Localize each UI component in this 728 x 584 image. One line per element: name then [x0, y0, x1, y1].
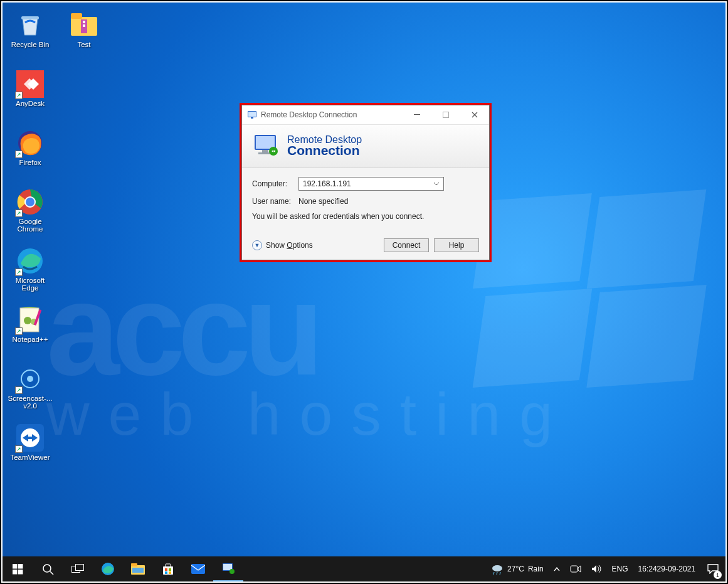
svg-rect-32	[18, 564, 23, 569]
desktop-icon-anydesk[interactable]: ↗AnyDesk	[6, 70, 54, 115]
notepadpp-icon: ↗	[16, 306, 44, 334]
window-title: Remote Desktop Connection	[261, 110, 403, 119]
svg-rect-23	[251, 117, 253, 119]
screencast-icon: ↗	[16, 365, 44, 393]
shortcut-overlay-icon: ↗	[15, 386, 23, 394]
svg-rect-0	[21, 16, 39, 19]
svg-rect-42	[132, 568, 144, 573]
tray-language[interactable]: ENG	[608, 556, 632, 581]
desktop-icon-label: Recycle Bin	[11, 41, 50, 48]
svg-rect-19	[83, 21, 85, 23]
task-view-button[interactable]	[63, 556, 93, 581]
search-button[interactable]	[33, 556, 63, 581]
desktop-icon-microsoft-edge[interactable]: ↗Microsoft Edge	[6, 247, 54, 292]
username-value: None specified	[298, 197, 348, 206]
taskbar-mail[interactable]	[183, 556, 213, 581]
action-center-button[interactable]: 1	[702, 556, 724, 581]
shortcut-overlay-icon: ↗	[15, 445, 23, 453]
desktop-icon-label: Firefox	[19, 159, 41, 166]
weather-temp: 27°C	[507, 565, 524, 573]
remote-desktop-connection-window[interactable]: Remote Desktop Connection Remote Desktop…	[241, 105, 490, 260]
desktop-icon-screencast[interactable]: ↗Screencast-... v2.0	[6, 365, 54, 410]
svg-rect-49	[191, 564, 205, 574]
desktop-icon-google-chrome[interactable]: ↗Google Chrome	[6, 188, 54, 233]
help-button[interactable]: Help	[434, 238, 479, 252]
desktop-icon-label: Google Chrome	[7, 218, 53, 233]
svg-point-12	[27, 376, 33, 382]
weather-widget[interactable]: 27°C Rain	[487, 556, 547, 581]
windows-logo-wallpaper	[479, 197, 705, 391]
minimize-button[interactable]	[403, 105, 431, 124]
svg-rect-38	[76, 565, 84, 571]
computer-combobox[interactable]: 192.168.1.191	[298, 177, 444, 191]
chevron-down-icon	[433, 182, 440, 186]
svg-rect-25	[443, 112, 449, 118]
username-label: User name:	[252, 197, 298, 206]
taskbar-edge[interactable]	[93, 556, 123, 581]
svg-rect-51	[223, 564, 232, 570]
svg-point-52	[229, 569, 235, 574]
google-chrome-icon: ↗	[16, 188, 44, 216]
start-button[interactable]	[3, 556, 33, 581]
rdc-app-icon	[247, 110, 257, 120]
desktop-icon-label: TeamViewer	[10, 454, 50, 461]
svg-point-8	[24, 317, 31, 324]
taskbar[interactable]: 27°C Rain ENG 16:24 29-09-2021 1	[3, 556, 725, 581]
svg-rect-43	[163, 566, 173, 575]
date: 29-09-2021	[657, 565, 695, 573]
time: 16:24	[638, 565, 657, 573]
svg-point-53	[492, 565, 502, 571]
anydesk-icon: ↗	[16, 70, 44, 98]
shortcut-overlay-icon: ↗	[15, 92, 23, 99]
desktop-icon-label: Screencast-... v2.0	[7, 395, 53, 410]
connect-button[interactable]: Connect	[384, 238, 429, 252]
svg-line-55	[497, 572, 497, 575]
teamviewer-icon: ↗	[16, 424, 44, 452]
svg-rect-57	[571, 566, 578, 572]
desktop-icon-notepadpp[interactable]: ↗Notepad++	[6, 306, 54, 351]
svg-rect-47	[165, 571, 167, 574]
desktop-icon-test-folder[interactable]: Test	[60, 11, 108, 56]
desktop-icon-label: AnyDesk	[16, 100, 45, 107]
taskbar-ms-store[interactable]	[153, 556, 183, 581]
maximize-button[interactable]	[431, 105, 460, 124]
weather-cond: Rain	[528, 565, 544, 573]
svg-line-54	[493, 572, 494, 575]
taskbar-rdc[interactable]	[213, 556, 243, 581]
firefox-icon: ↗	[16, 129, 44, 157]
close-button[interactable]	[460, 105, 489, 124]
svg-rect-15	[28, 437, 33, 439]
tray-overflow-button[interactable]	[550, 556, 564, 581]
shortcut-overlay-icon: ↗	[15, 151, 23, 158]
svg-rect-28	[262, 150, 268, 152]
screen: accu web hosting Recycle Bin↗AnyDesk↗Fir…	[0, 0, 728, 584]
svg-rect-17	[71, 13, 82, 19]
desktop[interactable]: accu web hosting Recycle Bin↗AnyDesk↗Fir…	[3, 3, 725, 556]
tray-volume-icon[interactable]	[588, 556, 606, 581]
titlebar[interactable]: Remote Desktop Connection	[242, 105, 489, 124]
tray-clock[interactable]: 16:24 29-09-2021	[635, 556, 699, 581]
shortcut-overlay-icon: ↗	[15, 268, 23, 276]
svg-rect-45	[165, 568, 167, 571]
tray-meet-now-icon[interactable]	[566, 556, 585, 581]
desktop-icon-label: Notepad++	[13, 336, 48, 343]
svg-point-35	[43, 565, 51, 572]
svg-rect-22	[248, 112, 256, 117]
chevron-down-icon: ▼	[252, 240, 262, 250]
notification-badge: 1	[714, 571, 722, 579]
desktop-icon-teamviewer[interactable]: ↗TeamViewer	[6, 424, 54, 469]
svg-rect-41	[131, 563, 137, 566]
rdc-banner-icon	[251, 132, 281, 160]
desktop-icon-label: Test	[77, 41, 90, 48]
show-options-toggle[interactable]: ▼ Show Options	[252, 240, 313, 250]
svg-line-36	[50, 571, 53, 575]
taskbar-file-explorer[interactable]	[123, 556, 153, 581]
watermark: accu web hosting	[46, 253, 707, 531]
desktop-icon-firefox[interactable]: ↗Firefox	[6, 129, 54, 174]
test-folder-icon	[70, 11, 98, 39]
banner: Remote Desktop Connection	[242, 124, 489, 168]
shortcut-overlay-icon: ↗	[15, 327, 23, 335]
svg-rect-33	[13, 570, 18, 575]
desktop-icon-recycle-bin[interactable]: Recycle Bin	[6, 11, 54, 56]
system-tray: 27°C Rain ENG 16:24 29-09-2021 1	[487, 556, 725, 581]
